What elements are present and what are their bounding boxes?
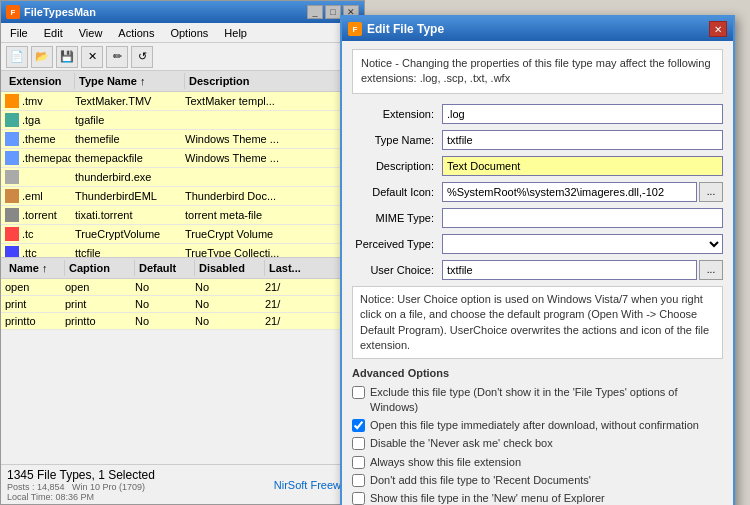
col-name[interactable]: Name ↑ <box>5 260 65 276</box>
show-in-new-menu-checkbox[interactable] <box>352 492 365 505</box>
dont-add-recent-checkbox[interactable] <box>352 474 365 487</box>
menu-view[interactable]: View <box>75 26 107 40</box>
main-window: F FileTypesMan _ □ ✕ File Edit View Acti… <box>0 0 365 505</box>
description-input[interactable] <box>442 156 723 176</box>
table-header: Extension Type Name ↑ Description <box>1 71 364 92</box>
app-icon: F <box>6 5 20 19</box>
default-icon-label: Default Icon: <box>352 186 442 198</box>
toolbar-save[interactable]: 💾 <box>56 46 78 68</box>
notice-text: Notice - Changing the properties of this… <box>361 57 711 84</box>
toolbar-refresh[interactable]: ↺ <box>131 46 153 68</box>
col-typename[interactable]: Type Name ↑ <box>75 73 185 89</box>
checkbox-row-6: Show this file type in the 'New' menu of… <box>352 491 723 505</box>
edit-file-type-dialog: F Edit File Type ✕ Notice - Changing the… <box>340 15 735 505</box>
table-row[interactable]: .tmv TextMaker.TMV TextMaker templ... <box>1 92 364 111</box>
file-types-table: Extension Type Name ↑ Description .tmv T… <box>1 71 364 257</box>
default-icon-input[interactable] <box>442 182 697 202</box>
dialog-body: Notice - Changing the properties of this… <box>342 41 733 505</box>
dialog-close-button[interactable]: ✕ <box>709 21 727 37</box>
table-row[interactable]: thunderbird.exe <box>1 168 364 187</box>
table-row[interactable]: .eml ThunderbirdEML Thunderbird Doc... <box>1 187 364 206</box>
lower-row[interactable]: print print No No 21/ <box>1 296 364 313</box>
menu-bar: File Edit View Actions Options Help <box>1 23 364 43</box>
col-description[interactable]: Description <box>185 73 360 89</box>
perceived-type-row: Perceived Type: <box>352 234 723 254</box>
open-immediately-checkbox[interactable] <box>352 419 365 432</box>
open-immediately-label: Open this file type immediately after do… <box>370 418 699 432</box>
menu-edit[interactable]: Edit <box>40 26 67 40</box>
default-icon-browse-button[interactable]: ... <box>699 182 723 202</box>
main-title-bar: F FileTypesMan _ □ ✕ <box>1 1 364 23</box>
file-icon <box>5 94 19 108</box>
minimize-button[interactable]: _ <box>307 5 323 19</box>
status-left: 1345 File Types, 1 Selected Posts : 14,8… <box>7 468 155 502</box>
menu-file[interactable]: File <box>6 26 32 40</box>
lower-row[interactable]: printto printto No No 21/ <box>1 313 364 330</box>
user-choice-row: User Choice: ... <box>352 260 723 280</box>
toolbar-new[interactable]: 📄 <box>6 46 28 68</box>
user-choice-field: ... <box>442 260 723 280</box>
lower-row[interactable]: open open No No 21/ <box>1 279 364 296</box>
typename-input[interactable] <box>442 130 723 150</box>
main-window-title: FileTypesMan <box>24 6 96 18</box>
table-row[interactable]: .tc TrueCryptVolume TrueCrypt Volume <box>1 225 364 244</box>
description-row: Description: <box>352 156 723 176</box>
col-extension[interactable]: Extension <box>5 73 75 89</box>
typename-label: Type Name: <box>352 134 442 146</box>
menu-options[interactable]: Options <box>166 26 212 40</box>
default-icon-field: ... <box>442 182 723 202</box>
perceived-type-select[interactable] <box>442 234 723 254</box>
file-icon <box>5 132 19 146</box>
file-icon <box>5 208 19 222</box>
table-row[interactable]: .ttc ttcfile TrueType Collecti... <box>1 244 364 257</box>
extension-label: Extension: <box>352 108 442 120</box>
main-title-left: F FileTypesMan <box>6 5 96 19</box>
lower-table-header: Name ↑ Caption Default Disabled Last... <box>1 257 364 279</box>
checkbox-row-2: Open this file type immediately after do… <box>352 418 723 432</box>
dialog-title-text: Edit File Type <box>367 22 444 36</box>
show-in-new-menu-label: Show this file type in the 'New' menu of… <box>370 491 605 505</box>
table-row[interactable]: .torrent tixati.torrent torrent meta-fil… <box>1 206 364 225</box>
status-bar: 1345 File Types, 1 Selected Posts : 14,8… <box>1 464 366 504</box>
actions-table: Name ↑ Caption Default Disabled Last... … <box>1 257 364 330</box>
advanced-options-header: Advanced Options <box>352 367 723 379</box>
checkbox-row-3: Disable the 'Never ask me' check box <box>352 436 723 450</box>
exclude-label: Exclude this file type (Don't show it in… <box>370 385 723 414</box>
user-choice-input[interactable] <box>442 260 697 280</box>
file-icon <box>5 189 19 203</box>
file-icon <box>5 170 19 184</box>
col-default[interactable]: Default <box>135 260 195 276</box>
mime-type-row: MIME Type: <box>352 208 723 228</box>
col-disabled[interactable]: Disabled <box>195 260 265 276</box>
table-row[interactable]: .theme themefile Windows Theme ... <box>1 130 364 149</box>
mime-type-input[interactable] <box>442 208 723 228</box>
dialog-icon: F <box>348 22 362 36</box>
user-choice-browse-button[interactable]: ... <box>699 260 723 280</box>
disable-never-ask-checkbox[interactable] <box>352 437 365 450</box>
file-icon <box>5 246 19 257</box>
always-show-ext-label: Always show this file extension <box>370 455 521 469</box>
status-extra: Posts : 14,854 Win 10 Pro (1709) Local T… <box>7 482 155 502</box>
table-row[interactable]: .themepack themepackfile Windows Theme .… <box>1 149 364 168</box>
extension-input[interactable] <box>442 104 723 124</box>
toolbar-open[interactable]: 📂 <box>31 46 53 68</box>
extension-row: Extension: <box>352 104 723 124</box>
always-show-ext-checkbox[interactable] <box>352 456 365 469</box>
checkbox-row-1: Exclude this file type (Don't show it in… <box>352 385 723 414</box>
toolbar-delete[interactable]: ✕ <box>81 46 103 68</box>
user-choice-notice: Notice: User Choice option is used on Wi… <box>352 286 723 360</box>
toolbar: 📄 📂 💾 ✕ ✏ ↺ <box>1 43 364 71</box>
col-caption[interactable]: Caption <box>65 260 135 276</box>
menu-help[interactable]: Help <box>220 26 251 40</box>
file-icon <box>5 227 19 241</box>
menu-actions[interactable]: Actions <box>114 26 158 40</box>
maximize-button[interactable]: □ <box>325 5 341 19</box>
toolbar-edit[interactable]: ✏ <box>106 46 128 68</box>
file-icon <box>5 113 19 127</box>
notice-box: Notice - Changing the properties of this… <box>352 49 723 94</box>
dialog-title-bar: F Edit File Type ✕ <box>342 17 733 41</box>
exclude-checkbox[interactable] <box>352 386 365 399</box>
table-row[interactable]: .tga tgafile <box>1 111 364 130</box>
checkbox-row-5: Don't add this file type to 'Recent Docu… <box>352 473 723 487</box>
table-rows: .tmv TextMaker.TMV TextMaker templ... .t… <box>1 92 364 257</box>
